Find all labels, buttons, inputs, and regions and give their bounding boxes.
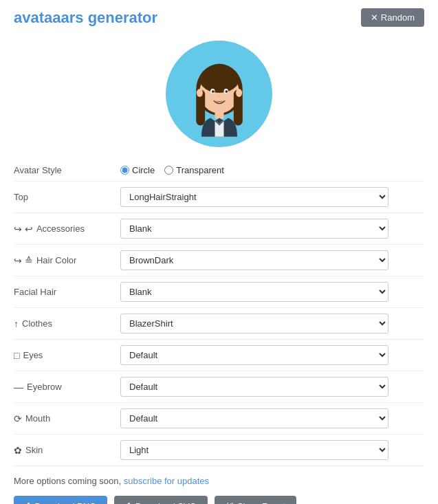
avatar-svg [175, 46, 264, 142]
style-transparent-option[interactable]: Transparent [164, 165, 224, 175]
clothes-value: BlazerShirtBlazerSweaterCollarSweaterGra… [120, 314, 424, 333]
controls: Avatar Style Circle Transparent [14, 160, 424, 182]
random-button[interactable]: ✕ Random [361, 8, 424, 27]
mouth-value: DefaultConcernedDisbeliefEatingGrimaceSa… [120, 408, 424, 428]
show-react-button[interactable]: ⟨/⟩ Show React [215, 496, 296, 504]
download-svg-button[interactable]: ⬇ Download SVG [114, 496, 208, 504]
skin-select[interactable]: LightBlackBrownDarkBrownPaleTannedYellow [120, 440, 388, 460]
accessories-icon: ↪ ↩ [14, 223, 33, 234]
svg-point-9 [196, 89, 202, 97]
hair-color-select[interactable]: AuburnBlackBlondeBlondeGoldenBrownBrownD… [120, 250, 388, 270]
download-png-button[interactable]: ⬇ Download PNG [14, 496, 107, 504]
eyes-select[interactable]: DefaultCloseCryDizzyEyeRollHappyHeartsSi… [120, 345, 388, 365]
mouth-label-text: Mouth [25, 413, 50, 424]
hair-color-icon: ↪ ≙ [14, 255, 33, 266]
mouth-label: ⟳Mouth [14, 413, 120, 424]
clothes-select[interactable]: BlazerShirtBlazerSweaterCollarSweaterGra… [120, 314, 388, 333]
style-circle-radio[interactable] [120, 166, 129, 175]
skin-icon: ✿ [14, 445, 22, 456]
avatar-style-label: Avatar Style [14, 165, 120, 175]
eyebrow-label: —Eyebrow [14, 382, 120, 393]
clothes-row: ↑ClothesBlazerShirtBlazerSweaterCollarSw… [14, 308, 424, 340]
facial-hair-label: Facial Hair [14, 287, 120, 297]
eyes-icon: □ [14, 350, 19, 361]
hair-color-label: ↪ ≙Hair Color [14, 255, 120, 266]
svg-point-4 [199, 66, 239, 93]
facial-hair-row: Facial HairBlankBeardLightBeardMagesticB… [14, 276, 424, 308]
header: avataaars generator ✕ Random [14, 8, 424, 27]
footer-note: More options coming soon, subscribe for … [14, 476, 424, 486]
svg-point-10 [236, 89, 242, 97]
clothes-icon: ↑ [14, 318, 19, 329]
svg-point-7 [211, 90, 214, 93]
svg-point-8 [225, 90, 228, 93]
mouth-icon: ⟳ [14, 413, 22, 424]
eyes-label-text: Eyes [23, 350, 43, 360]
accessories-row: ↪ ↩AccessoriesBlankKurtPrescription01Pre… [14, 213, 424, 245]
svg-rect-11 [215, 111, 223, 119]
eyebrow-value: DefaultAngryAngryNaturalDefaultNaturalFl… [120, 377, 424, 397]
eyebrow-label-text: Eyebrow [27, 382, 62, 392]
style-transparent-radio[interactable] [164, 166, 173, 175]
hair-color-row: ↪ ≙Hair ColorAuburnBlackBlondeBlondeGold… [14, 245, 424, 276]
accessories-label: ↪ ↩Accessories [14, 223, 120, 234]
clothes-label: ↑Clothes [14, 318, 120, 329]
avatar-preview [14, 34, 424, 160]
skin-label: ✿Skin [14, 445, 120, 456]
clothes-label-text: Clothes [22, 318, 52, 329]
style-circle-option[interactable]: Circle [120, 165, 155, 175]
eyes-row: □EyesDefaultCloseCryDizzyEyeRollHappyHea… [14, 340, 424, 371]
skin-row: ✿SkinLightBlackBrownDarkBrownPaleTannedY… [14, 435, 424, 466]
top-label: Top [14, 192, 120, 202]
app-title: avataaars generator [14, 9, 157, 27]
top-label-text: Top [14, 192, 28, 202]
eyebrow-select[interactable]: DefaultAngryAngryNaturalDefaultNaturalFl… [120, 377, 388, 397]
hair-color-value: AuburnBlackBlondeBlondeGoldenBrownBrownD… [120, 250, 424, 270]
avatar-style-value: Circle Transparent [120, 165, 424, 175]
facial-hair-select[interactable]: BlankBeardLightBeardMagesticBeardMediumM… [120, 282, 388, 302]
top-value: LongHairStraightLongHairBobLongHairCurly… [120, 187, 424, 207]
top-row: TopLongHairStraightLongHairBobLongHairCu… [14, 182, 424, 213]
top-select[interactable]: LongHairStraightLongHairBobLongHairCurly… [120, 187, 388, 207]
skin-value: LightBlackBrownDarkBrownPaleTannedYellow [120, 440, 424, 460]
hair-color-label-text: Hair Color [36, 255, 77, 265]
facial-hair-value: BlankBeardLightBeardMagesticBeardMediumM… [120, 282, 424, 302]
accessories-label-text: Accessories [36, 223, 85, 234]
mouth-row: ⟳MouthDefaultConcernedDisbeliefEatingGri… [14, 403, 424, 435]
eyes-label: □Eyes [14, 350, 120, 361]
eyes-value: DefaultCloseCryDizzyEyeRollHappyHeartsSi… [120, 345, 424, 365]
avatar-style-row: Avatar Style Circle Transparent [14, 160, 424, 182]
skin-label-text: Skin [25, 445, 43, 455]
dynamic-controls: TopLongHairStraightLongHairBobLongHairCu… [14, 182, 424, 466]
facial-hair-label-text: Facial Hair [14, 287, 56, 297]
accessories-select[interactable]: BlankKurtPrescription01Prescription02Rou… [120, 219, 388, 239]
eyebrow-icon: — [14, 382, 23, 393]
eyebrow-row: —EyebrowDefaultAngryAngryNaturalDefaultN… [14, 371, 424, 403]
action-buttons: ⬇ Download PNG ⬇ Download SVG ⟨/⟩ Show R… [14, 496, 424, 504]
avatar-circle [166, 41, 272, 147]
accessories-value: BlankKurtPrescription01Prescription02Rou… [120, 219, 424, 239]
mouth-select[interactable]: DefaultConcernedDisbeliefEatingGrimaceSa… [120, 408, 388, 428]
subscribe-link[interactable]: subscribe for updates [124, 476, 209, 486]
